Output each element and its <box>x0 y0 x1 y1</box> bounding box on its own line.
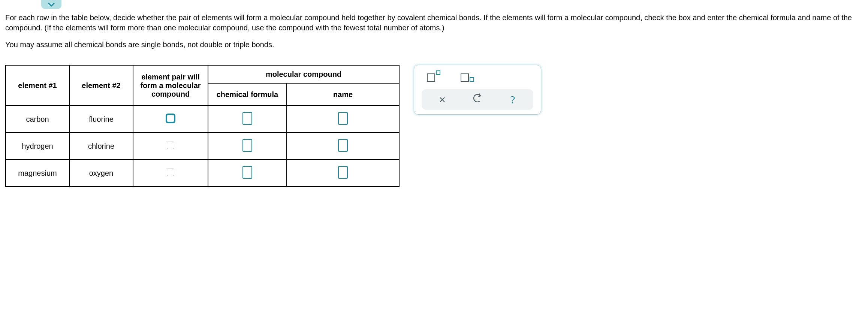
form-compound-checkbox[interactable] <box>166 114 175 123</box>
help-icon: ? <box>510 93 515 106</box>
expand-toggle[interactable] <box>41 0 61 9</box>
header-element-1: element #1 <box>6 65 69 106</box>
table-row: carbon fluorine <box>6 106 399 133</box>
superscript-icon <box>436 70 440 75</box>
cell-element2: fluorine <box>69 106 133 133</box>
help-button[interactable]: ? <box>505 93 520 106</box>
close-icon: × <box>439 93 446 106</box>
form-compound-checkbox[interactable] <box>167 169 174 176</box>
cell-element1: carbon <box>6 106 69 133</box>
form-compound-checkbox[interactable] <box>167 142 174 149</box>
table-row: hydrogen chlorine <box>6 133 399 160</box>
chevron-down-icon <box>48 2 55 7</box>
table-row: magnesium oxygen <box>6 160 399 187</box>
cell-element1: magnesium <box>6 160 69 187</box>
elements-table: element #1 element #2 element pair will … <box>5 65 400 187</box>
subscript-icon <box>470 77 474 82</box>
header-formula: chemical formula <box>208 83 287 106</box>
undo-button[interactable] <box>470 93 485 106</box>
subscript-button[interactable] <box>460 71 475 82</box>
instructions: For each row in the table below, decide … <box>5 13 863 50</box>
clear-button[interactable]: × <box>435 93 450 106</box>
header-pair: element pair will form a molecular compo… <box>133 65 208 106</box>
name-input[interactable] <box>338 166 348 179</box>
superscript-button[interactable] <box>426 71 441 82</box>
name-input[interactable] <box>338 112 348 125</box>
instruction-paragraph-2: You may assume all chemical bonds are si… <box>5 40 863 50</box>
header-molecular: molecular compound <box>208 65 399 83</box>
base-box-icon <box>427 73 435 82</box>
header-name: name <box>287 83 399 106</box>
cell-element2: chlorine <box>69 133 133 160</box>
formula-input[interactable] <box>242 112 252 125</box>
formula-input[interactable] <box>242 139 252 152</box>
header-element-2: element #2 <box>69 65 133 106</box>
cell-element2: oxygen <box>69 160 133 187</box>
instruction-paragraph-1: For each row in the table below, decide … <box>5 13 863 33</box>
answer-toolbox: × ? <box>414 65 541 115</box>
name-input[interactable] <box>338 139 348 152</box>
base-box-icon <box>461 73 469 82</box>
formula-input[interactable] <box>242 166 252 179</box>
undo-icon <box>472 93 483 103</box>
cell-element1: hydrogen <box>6 133 69 160</box>
